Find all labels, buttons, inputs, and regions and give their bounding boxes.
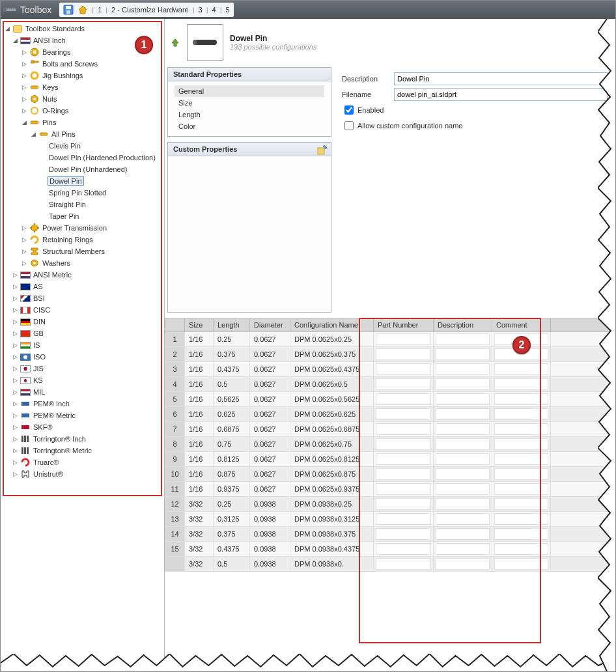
tree-dowel-pin[interactable]: Dowel Pin	[2, 175, 163, 187]
tree-ansi-metric[interactable]: ▷ANSI Metric	[2, 269, 163, 281]
desc-cell[interactable]	[434, 377, 492, 392]
partnum-cell[interactable]	[374, 497, 434, 512]
tree-structural[interactable]: ▷Structural Members	[2, 245, 163, 257]
table-row[interactable]: 101/160.8750.0627DPM 0.0625x0.875	[165, 467, 615, 482]
tree-ks[interactable]: ▷KS	[2, 374, 163, 386]
comment-cell[interactable]	[492, 407, 551, 422]
tree-bsi[interactable]: ▷BSI	[2, 292, 163, 304]
desc-cell[interactable]	[434, 452, 492, 467]
tree-orings[interactable]: ▷O-Rings	[2, 105, 163, 117]
tree-jig[interactable]: ▷Jig Bushings	[2, 70, 163, 81]
table-row[interactable]: 31/160.43750.0627DPM 0.0625x0.4375	[165, 362, 615, 377]
desc-cell[interactable]	[434, 497, 492, 512]
save-icon[interactable]	[63, 5, 74, 15]
step-4[interactable]: 4	[212, 6, 216, 14]
tree-iso[interactable]: ▷ISO	[2, 351, 163, 363]
comment-cell[interactable]	[492, 482, 551, 497]
tree-mil[interactable]: ▷MIL	[2, 386, 163, 398]
std-prop-size[interactable]: Size	[175, 97, 324, 109]
comment-cell[interactable]	[492, 392, 551, 407]
tree-dowel-hardened[interactable]: Dowel Pin (Hardened Production)	[2, 152, 163, 163]
tree-din[interactable]: ▷DIN	[2, 316, 163, 328]
partnum-cell[interactable]	[374, 347, 434, 362]
partnum-cell[interactable]	[374, 527, 434, 542]
desc-cell[interactable]	[434, 392, 492, 407]
comment-cell[interactable]	[492, 362, 551, 377]
configurations-grid[interactable]: 2 Size Length Diameter Configuration Nam…	[165, 318, 615, 671]
table-row[interactable]: 3/320.50.0938DPM 0.0938x0.	[165, 557, 615, 572]
tree-truarc[interactable]: ▷Truarc®	[2, 456, 163, 468]
partnum-cell[interactable]	[374, 542, 434, 557]
tree-nuts[interactable]: ▷Nuts	[2, 93, 163, 105]
tree-bolts[interactable]: ▷Bolts and Screws	[2, 58, 163, 70]
desc-cell[interactable]	[434, 362, 492, 377]
comment-cell[interactable]	[492, 497, 551, 512]
comment-cell[interactable]	[492, 467, 551, 482]
tree-pem-inch[interactable]: ▷PEM® Inch	[2, 398, 163, 410]
partnum-cell[interactable]	[374, 392, 434, 407]
tree-power[interactable]: ▷Power Transmission	[2, 222, 163, 234]
custom-properties-wizard-icon[interactable]	[316, 144, 328, 156]
tree-dowel-unhardened[interactable]: Dowel Pin (Unhardened)	[2, 163, 163, 175]
step-2[interactable]: 2 - Customize Hardware	[111, 6, 189, 14]
col-partnum[interactable]: Part Number	[374, 318, 434, 332]
std-prop-general[interactable]: General	[175, 85, 324, 97]
partnum-cell[interactable]	[374, 422, 434, 437]
col-diameter[interactable]: Diameter	[250, 318, 290, 332]
std-prop-length[interactable]: Length	[175, 109, 324, 120]
step-1[interactable]: 1	[98, 6, 102, 14]
comment-cell[interactable]	[492, 377, 551, 392]
table-row[interactable]: 133/320.31250.0938DPM 0.0938x0.3125	[165, 512, 615, 527]
tree-washers[interactable]: ▷Washers	[2, 257, 163, 269]
tree-pins[interactable]: ◢Pins	[2, 117, 163, 128]
tree-cisc[interactable]: ▷CISC	[2, 304, 163, 316]
comment-cell[interactable]	[492, 512, 551, 527]
partnum-cell[interactable]	[374, 407, 434, 422]
tree-is[interactable]: ▷IS	[2, 339, 163, 351]
enabled-checkbox[interactable]	[344, 105, 354, 115]
tree-torr-inch[interactable]: ▷Torrington® Inch	[2, 433, 163, 445]
comment-cell[interactable]	[492, 542, 551, 557]
standards-tree[interactable]: 1 ◢Toolbox Standards ◢ANSI Inch ▷Bearing…	[1, 19, 165, 671]
desc-cell[interactable]	[434, 542, 492, 557]
tree-jis[interactable]: ▷JIS	[2, 363, 163, 374]
comment-cell[interactable]	[492, 557, 551, 572]
table-row[interactable]: 11/160.250.0627DPM 0.0625x0.25	[165, 332, 615, 347]
step-5[interactable]: 5	[226, 6, 230, 14]
tree-pem-metric[interactable]: ▷PEM® Metric	[2, 410, 163, 421]
tree-as[interactable]: ▷AS	[2, 281, 163, 292]
table-row[interactable]: 61/160.6250.0627DPM 0.0625x0.625	[165, 407, 615, 422]
desc-cell[interactable]	[434, 527, 492, 542]
tree-straight-pin[interactable]: Straight Pin	[2, 199, 163, 210]
table-row[interactable]: 153/320.43750.0938DPM 0.0938x0.4375	[165, 542, 615, 557]
comment-cell[interactable]	[492, 452, 551, 467]
partnum-cell[interactable]	[374, 482, 434, 497]
table-row[interactable]: 21/160.3750.0627DPM 0.0625x0.375	[165, 347, 615, 362]
filename-input[interactable]	[394, 88, 608, 101]
col-desc[interactable]: Description	[434, 318, 492, 332]
table-row[interactable]: 143/320.3750.0938DPM 0.0938x0.375	[165, 527, 615, 542]
table-row[interactable]: 81/160.750.0627DPM 0.0625x0.75	[165, 437, 615, 452]
comment-cell[interactable]	[492, 527, 551, 542]
desc-cell[interactable]	[434, 422, 492, 437]
desc-cell[interactable]	[434, 407, 492, 422]
partnum-cell[interactable]	[374, 362, 434, 377]
table-row[interactable]: 41/160.50.0627DPM 0.0625x0.5	[165, 377, 615, 392]
desc-cell[interactable]	[434, 512, 492, 527]
desc-cell[interactable]	[434, 557, 492, 572]
tree-retaining[interactable]: ▷Retaining Rings	[2, 234, 163, 245]
comment-cell[interactable]	[492, 437, 551, 452]
desc-cell[interactable]	[434, 332, 492, 347]
tree-root[interactable]: ◢Toolbox Standards	[2, 23, 163, 35]
allow-custom-checkbox[interactable]	[344, 121, 354, 130]
desc-cell[interactable]	[434, 482, 492, 497]
tree-gb[interactable]: ▷GB	[2, 328, 163, 339]
tree-keys[interactable]: ▷Keys	[2, 81, 163, 93]
tree-all-pins[interactable]: ◢All Pins	[2, 128, 163, 140]
up-arrow-icon[interactable]	[170, 37, 180, 48]
desc-cell[interactable]	[434, 467, 492, 482]
partnum-cell[interactable]	[374, 512, 434, 527]
tree-skf[interactable]: ▷SKF®	[2, 421, 163, 433]
std-prop-color[interactable]: Color	[175, 120, 324, 132]
step-3[interactable]: 3	[199, 6, 203, 14]
